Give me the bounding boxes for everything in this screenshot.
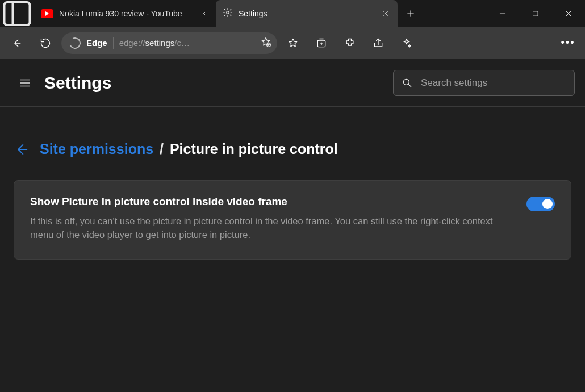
refresh-button[interactable]	[33, 31, 58, 56]
title-bar: Nokia Lumia 930 review - YouTube Setting…	[0, 0, 585, 27]
separator	[113, 37, 114, 49]
copilot-button[interactable]	[394, 31, 419, 56]
new-tab-button[interactable]	[398, 0, 424, 27]
svg-rect-2	[533, 11, 538, 16]
tab-label: Settings	[239, 9, 375, 18]
svg-point-5	[403, 79, 409, 85]
page-title: Settings	[44, 73, 111, 93]
url-brand: Edge	[86, 38, 107, 48]
svg-rect-0	[5, 2, 30, 25]
url-text: edge://settings/c…	[119, 38, 254, 48]
settings-header: Settings	[0, 59, 585, 107]
pip-toggle[interactable]	[526, 197, 555, 211]
close-window-button[interactable]	[552, 0, 585, 27]
tab-close-button[interactable]	[381, 9, 391, 19]
favorites-button[interactable]	[281, 31, 306, 56]
extensions-button[interactable]	[337, 31, 362, 56]
youtube-icon	[41, 9, 53, 18]
nav-back-button[interactable]	[5, 31, 30, 56]
search-input[interactable]	[421, 77, 566, 89]
maximize-button[interactable]	[519, 0, 552, 27]
svg-point-1	[227, 11, 229, 14]
address-bar[interactable]: Edge edge://settings/c…	[61, 32, 277, 54]
breadcrumb-current: Picture in picture control	[170, 141, 338, 157]
breadcrumb-separator: /	[160, 141, 164, 157]
minimize-button[interactable]	[486, 0, 519, 27]
tab-close-button[interactable]	[199, 9, 209, 19]
breadcrumb-back-button[interactable]	[14, 141, 30, 157]
tab-youtube[interactable]: Nokia Lumia 930 review - YouTube	[34, 0, 216, 27]
browser-toolbar: Edge edge://settings/c… •••	[0, 27, 585, 59]
share-button[interactable]	[366, 31, 391, 56]
setting-card: Show Picture in picture control inside v…	[14, 180, 571, 260]
breadcrumb: Site permissions / Picture in picture co…	[14, 141, 571, 157]
tab-actions-button[interactable]	[0, 0, 34, 27]
add-favorite-icon[interactable]	[260, 36, 271, 50]
tab-settings[interactable]: Settings	[216, 0, 398, 27]
edge-icon	[68, 36, 82, 51]
setting-description: If this is off, you can't use the pictur…	[30, 215, 496, 242]
more-button[interactable]: •••	[555, 31, 580, 56]
settings-content: Site permissions / Picture in picture co…	[0, 107, 585, 260]
search-icon	[402, 77, 413, 89]
breadcrumb-parent-link[interactable]: Site permissions	[40, 141, 153, 157]
setting-title: Show Picture in picture control inside v…	[30, 195, 515, 208]
hamburger-menu-button[interactable]	[14, 72, 36, 94]
settings-search[interactable]	[393, 70, 575, 96]
window-controls	[486, 0, 585, 27]
collections-button[interactable]	[309, 31, 334, 56]
tab-label: Nokia Lumia 930 review - YouTube	[59, 9, 193, 18]
gear-icon	[223, 7, 233, 20]
